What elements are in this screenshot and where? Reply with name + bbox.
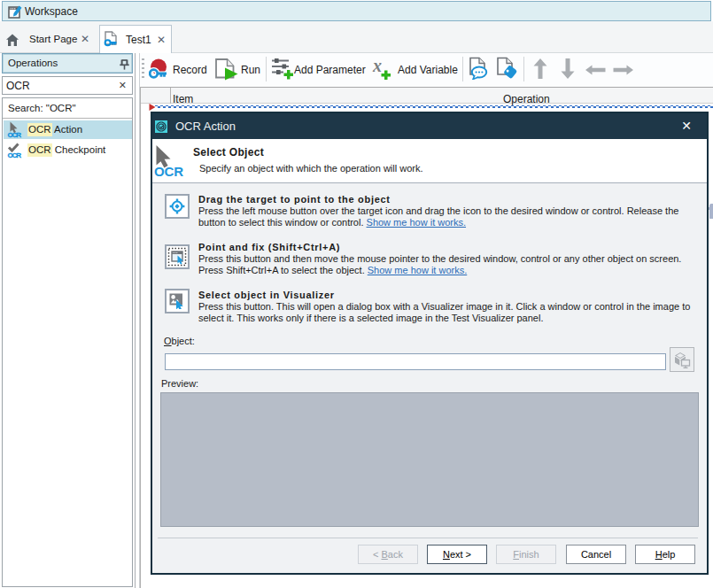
svg-text:OCR: OCR [8,151,22,159]
svg-text:x: x [372,57,382,75]
svg-text:OCR: OCR [154,164,183,179]
svg-text:OCR: OCR [8,131,22,138]
